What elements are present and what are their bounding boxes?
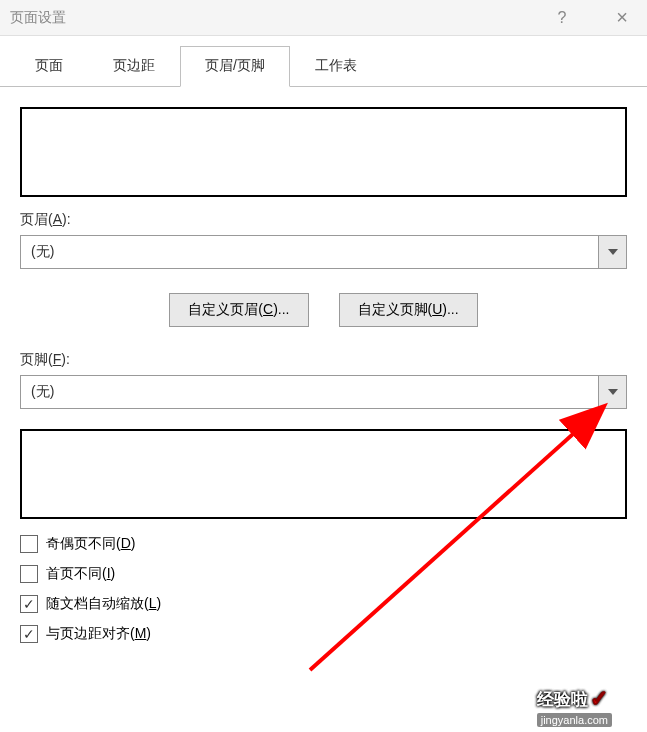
custom-button-row: 自定义页眉(C)... 自定义页脚(U)... — [20, 293, 627, 327]
checkbox-box — [20, 535, 38, 553]
footer-label: 页脚(F): — [20, 351, 627, 369]
checkbox-box — [20, 565, 38, 583]
checkbox-label: 奇偶页不同(D) — [46, 535, 135, 553]
footer-preview — [20, 429, 627, 519]
checkbox-diff-odd-even[interactable]: 奇偶页不同(D) — [20, 535, 627, 553]
tab-content: 页眉(A): (无) 自定义页眉(C)... 自定义页脚(U)... 页脚(F)… — [0, 87, 647, 675]
header-combo-value: (无) — [21, 236, 598, 268]
watermark-text: 经验啦 — [537, 688, 588, 711]
tab-sheet[interactable]: 工作表 — [290, 46, 382, 86]
header-preview — [20, 107, 627, 197]
custom-footer-button[interactable]: 自定义页脚(U)... — [339, 293, 478, 327]
window-title: 页面设置 — [10, 9, 66, 27]
footer-combo[interactable]: (无) — [20, 375, 627, 409]
titlebar: 页面设置 ? × — [0, 0, 647, 36]
watermark: 经验啦 ✓ jingyanla.com — [537, 686, 612, 727]
header-label: 页眉(A): — [20, 211, 627, 229]
header-combo-dropdown[interactable] — [598, 236, 626, 268]
tab-page[interactable]: 页面 — [10, 46, 88, 86]
tabs: 页面 页边距 页眉/页脚 工作表 — [0, 36, 647, 87]
titlebar-controls: ? × — [547, 6, 637, 29]
custom-header-button[interactable]: 自定义页眉(C)... — [169, 293, 308, 327]
checkbox-label: 首页不同(I) — [46, 565, 115, 583]
checkbox-group: 奇偶页不同(D) 首页不同(I) 随文档自动缩放(L) 与页边距对齐(M) — [20, 535, 627, 643]
tab-header-footer[interactable]: 页眉/页脚 — [180, 46, 290, 87]
watermark-url: jingyanla.com — [537, 713, 612, 727]
checkbox-label: 与页边距对齐(M) — [46, 625, 151, 643]
checkbox-box — [20, 595, 38, 613]
chevron-down-icon — [608, 249, 618, 255]
close-button[interactable]: × — [607, 6, 637, 29]
checkbox-box — [20, 625, 38, 643]
tab-margins[interactable]: 页边距 — [88, 46, 180, 86]
footer-combo-dropdown[interactable] — [598, 376, 626, 408]
checkbox-align-margins[interactable]: 与页边距对齐(M) — [20, 625, 627, 643]
help-button[interactable]: ? — [547, 9, 577, 27]
checkbox-scale-doc[interactable]: 随文档自动缩放(L) — [20, 595, 627, 613]
footer-combo-value: (无) — [21, 376, 598, 408]
header-combo[interactable]: (无) — [20, 235, 627, 269]
checkbox-diff-first[interactable]: 首页不同(I) — [20, 565, 627, 583]
checkbox-label: 随文档自动缩放(L) — [46, 595, 161, 613]
chevron-down-icon — [608, 389, 618, 395]
check-icon: ✓ — [590, 686, 608, 712]
